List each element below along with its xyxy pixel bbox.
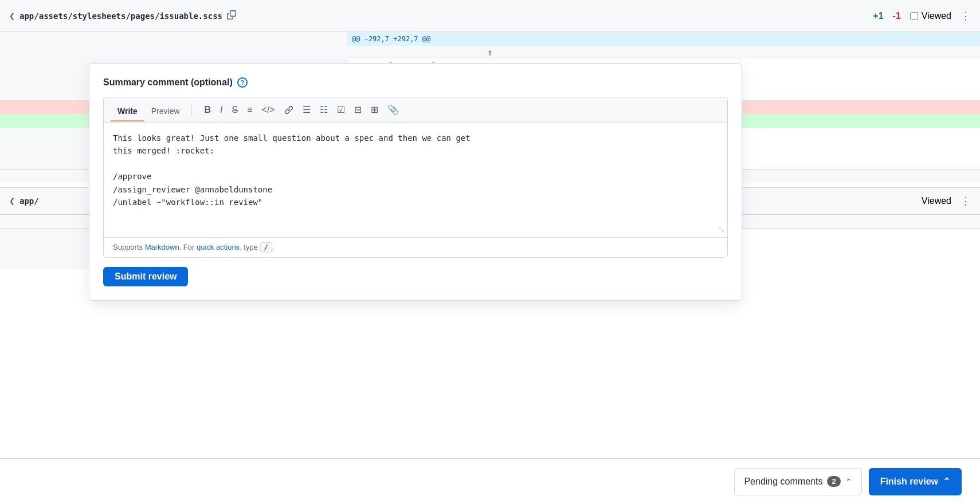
finish-review-label: Finish review [880,477,938,487]
toolbar-separator [191,104,192,116]
strikethrough-button[interactable]: S [229,103,242,117]
expand-up-icon[interactable]: ↑ [487,47,493,58]
table-button[interactable]: ⊞ [367,102,382,117]
finish-review-chevron-icon: ⌃ [943,476,950,487]
pending-comments-label: Pending comments [744,477,822,487]
pending-comments-button[interactable]: Pending comments 2 ⌃ [734,468,861,495]
viewed-input[interactable] [910,12,918,20]
mention-button[interactable]: ⊟ [351,102,365,117]
slash-key: / [260,242,272,253]
editor-footer: Supports Markdown. For quick actions, ty… [104,237,727,257]
expand-up-row[interactable]: ↑ [0,46,980,59]
viewed-label: Viewed [922,11,951,21]
help-icon[interactable]: ? [237,77,248,88]
quote-button[interactable]: ≡ [244,103,256,117]
editor-body[interactable]: This looks great! Just one small questio… [104,123,727,237]
attachment-button[interactable]: 📎 [384,102,402,117]
more-options-icon[interactable]: ⋮ [961,10,971,22]
file-path-1: app/assets/stylesheets/pages/issuable.sc… [19,11,222,21]
bold-button[interactable]: B [201,103,215,117]
file-header-2-right: Viewed ⋮ [922,195,971,207]
editor-container: Write Preview B I S ≡ </> ☰ ☷ ☑ ⊟ ⊞ 📎 [103,97,728,258]
resize-handle[interactable]: ⤡ [718,224,725,235]
viewed-checkbox-2[interactable]: Viewed [922,196,951,206]
deletions-count: -1 [893,11,901,21]
footer-period: . [272,243,275,251]
numbered-list-button[interactable]: ☷ [316,102,331,117]
footer-type-text: , type [240,243,260,251]
file-header-right: +1 -1 Viewed ⋮ [873,10,971,22]
pending-count-badge: 2 [827,476,840,487]
modal-title-text: Summary comment (optional) [103,77,233,88]
summary-comment-modal: Summary comment (optional) ? Write Previ… [89,63,742,301]
chevron-up-icon: ⌃ [845,477,852,486]
copy-icon[interactable] [227,10,236,22]
modal-title-row: Summary comment (optional) ? [103,77,728,88]
bullet-list-button[interactable]: ☰ [299,102,314,117]
file-path-2: app/ [19,196,39,206]
finish-review-button[interactable]: Finish review ⌃ [869,468,962,495]
viewed-checkbox[interactable]: Viewed [910,11,951,21]
hunk-header-row: @@ -292,7 +292,7 @@ [0,32,980,46]
footer-supports-text: Supports [113,243,145,251]
preview-tab[interactable]: Preview [144,103,187,121]
markdown-link[interactable]: Markdown [145,243,179,251]
write-tab[interactable]: Write [111,103,144,121]
additions-count: +1 [873,11,883,21]
editor-toolbar: Write Preview B I S ≡ </> ☰ ☷ ☑ ⊟ ⊞ 📎 [104,97,727,123]
quick-actions-link[interactable]: quick actions [197,243,240,251]
editor-text-content: This looks great! Just one small questio… [113,132,718,208]
footer-for-text: . For [179,243,197,251]
file-header-left: ❮ app/assets/stylesheets/pages/issuable.… [9,10,873,22]
submit-review-button[interactable]: Submit review [103,267,188,286]
link-button[interactable] [281,103,297,117]
file-header-1: ❮ app/assets/stylesheets/pages/issuable.… [0,0,980,32]
viewed-label-2: Viewed [922,196,951,206]
bottom-bar: Pending comments 2 ⌃ Finish review ⌃ [0,458,980,504]
toolbar-icons: B I S ≡ </> ☰ ☷ ☑ ⊟ ⊞ 📎 [201,102,402,117]
italic-button[interactable]: I [217,103,226,117]
task-list-button[interactable]: ☑ [334,102,348,117]
more-options-icon-2[interactable]: ⋮ [961,195,971,207]
code-button[interactable]: </> [258,103,279,117]
collapse-icon[interactable]: ❮ [9,12,15,20]
collapse-icon-2[interactable]: ❮ [9,197,15,205]
